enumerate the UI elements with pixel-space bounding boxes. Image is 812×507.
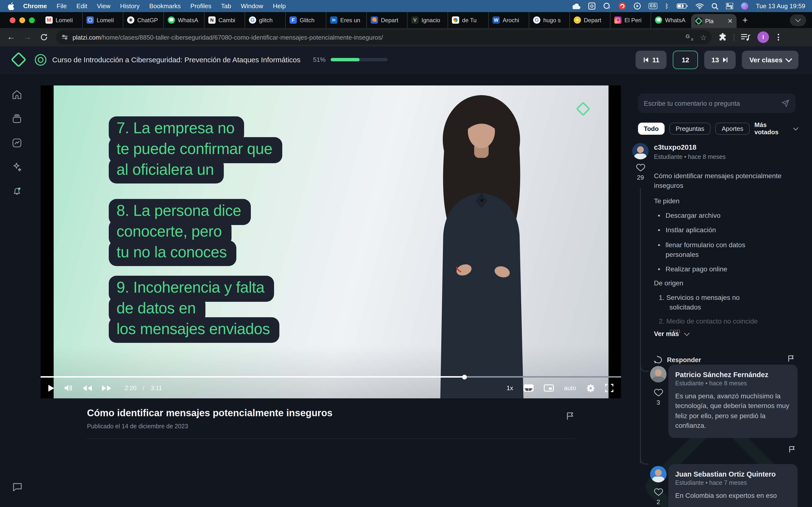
media-controls-icon[interactable] [741, 33, 751, 41]
control-center-icon[interactable] [726, 2, 733, 10]
menu-item-chrome[interactable]: Chrome [18, 2, 52, 10]
user-avatar[interactable] [632, 143, 649, 159]
new-tab-button[interactable]: + [737, 15, 754, 25]
captions-icon[interactable] [523, 384, 534, 392]
address-bar[interactable]: platzi.com/home/clases/8850-taller-ciber… [56, 30, 711, 44]
next-lesson-button[interactable]: 13 [704, 50, 736, 69]
browser-tab[interactable]: Depart [569, 12, 610, 28]
browser-tab[interactable]: Lomelí [42, 12, 82, 28]
bluetooth-icon[interactable]: ᛒ [665, 3, 669, 9]
menubar-clock[interactable]: Tue 13 Aug 19:59 [756, 2, 805, 10]
video-player[interactable]: 7. La empresa no te puede confirmar que … [41, 86, 621, 398]
quality-button[interactable]: auto [564, 384, 576, 392]
browser-tab[interactable]: WhatsA [651, 12, 691, 28]
zoom-window-button[interactable] [29, 17, 35, 23]
comment-input[interactable]: Escribe tu comentario o pregunta [638, 94, 796, 113]
sidebar-item-courses[interactable] [12, 113, 22, 124]
translate-icon[interactable] [686, 33, 693, 41]
sync-icon[interactable] [603, 2, 611, 10]
browser-tab[interactable]: Glitch [285, 12, 326, 28]
platzi-logo-icon[interactable] [11, 52, 27, 67]
antivirus-icon[interactable] [619, 2, 626, 10]
browser-tab[interactable]: ChatGP [123, 12, 163, 28]
ver-clases-button[interactable]: Ver clases [742, 50, 799, 69]
browser-tab[interactable]: glitch [245, 12, 285, 28]
user-avatar[interactable] [650, 466, 666, 483]
browser-tab[interactable]: Cambi [204, 12, 245, 28]
play-button[interactable] [48, 384, 55, 392]
browser-tab[interactable]: El Peri [610, 12, 651, 28]
sort-dropdown[interactable]: Más votados [755, 121, 798, 136]
volume-icon[interactable] [64, 384, 73, 392]
reload-button[interactable] [36, 33, 52, 41]
close-tab-icon[interactable]: ✕ [727, 18, 733, 24]
menu-item-edit[interactable]: Edit [71, 2, 92, 10]
report-flag-icon[interactable] [566, 412, 574, 420]
browser-tab[interactable]: WhatsA [163, 12, 204, 28]
browser-tab[interactable]: Ignacio [407, 12, 448, 28]
menu-item-view[interactable]: View [92, 2, 115, 10]
menu-item-bookmarks[interactable]: Bookmarks [145, 2, 186, 10]
report-flag-icon[interactable] [789, 446, 795, 453]
siri-icon[interactable] [741, 2, 748, 10]
video-surface[interactable]: 7. La empresa no te puede confirmar que … [54, 86, 609, 398]
browser-tab[interactable]: hugo s [529, 12, 569, 28]
input-source-indicator[interactable]: ES [649, 3, 657, 9]
sidebar-item-progress[interactable] [12, 137, 22, 148]
browser-tab[interactable]: de Tu [448, 12, 488, 28]
browser-tab[interactable]: Lomelí [82, 12, 123, 28]
settings-gear-icon[interactable] [586, 384, 595, 392]
sidebar-item-ai-sparkles[interactable] [12, 162, 22, 172]
filter-aportes[interactable]: Aportes [715, 122, 750, 134]
filter-preguntas[interactable]: Preguntas [669, 122, 711, 134]
play-circle-icon[interactable] [633, 2, 641, 10]
site-settings-icon[interactable] [62, 36, 68, 39]
wifi-icon[interactable] [696, 2, 704, 10]
forward-button[interactable]: → [19, 32, 36, 42]
playback-speed-button[interactable]: 1x [507, 384, 513, 392]
bookmark-star-icon[interactable]: ☆ [700, 34, 707, 41]
fast-forward-icon[interactable] [101, 385, 112, 391]
prev-lesson-button[interactable]: 11 [636, 50, 667, 69]
current-lesson-button[interactable]: 12 [673, 50, 698, 69]
active-tab-platzi[interactable]: Pla ✕ [691, 14, 737, 28]
tab-search-button[interactable] [790, 14, 806, 26]
responder-button[interactable]: Responder [654, 356, 701, 364]
course-title[interactable]: Curso de Introducción a Ciberseguridad: … [52, 56, 300, 64]
rewind-icon[interactable] [82, 385, 92, 391]
close-window-button[interactable] [10, 17, 15, 23]
battery-icon[interactable] [677, 2, 688, 10]
support-chat-icon[interactable] [12, 481, 23, 493]
scan-icon[interactable] [588, 2, 596, 10]
pip-icon[interactable] [544, 384, 554, 392]
menu-item-help[interactable]: Help [268, 2, 291, 10]
browser-tab[interactable]: Depart [366, 12, 407, 28]
back-button[interactable]: ← [3, 32, 19, 42]
browser-tab[interactable]: Eres un [326, 12, 366, 28]
url-text[interactable]: platzi.com/home/clases/8850-taller-ciber… [72, 34, 681, 41]
report-flag-icon[interactable] [788, 355, 794, 362]
sidebar-item-home[interactable] [12, 89, 22, 100]
spotlight-icon[interactable] [711, 2, 718, 10]
menu-item-file[interactable]: File [52, 2, 71, 10]
browser-profile-avatar[interactable]: I [757, 32, 769, 43]
browser-menu-icon[interactable] [776, 34, 781, 41]
like-heart-icon[interactable] [654, 487, 664, 497]
send-icon[interactable] [781, 99, 790, 108]
onedrive-icon[interactable] [571, 2, 580, 10]
menu-item-window[interactable]: Window [236, 2, 268, 10]
apple-icon[interactable] [8, 2, 14, 10]
menu-item-profiles[interactable]: Profiles [186, 2, 216, 10]
browser-tab[interactable]: Arochi [488, 12, 529, 28]
filter-todo[interactable]: Todo [638, 122, 665, 134]
like-heart-icon[interactable] [654, 387, 664, 397]
extensions-icon[interactable] [718, 33, 727, 42]
minimize-window-button[interactable] [19, 17, 25, 23]
fullscreen-icon[interactable] [605, 384, 613, 392]
user-avatar[interactable] [650, 366, 666, 382]
sidebar-item-notifications[interactable] [12, 186, 22, 196]
menu-item-tab[interactable]: Tab [216, 2, 236, 10]
like-heart-icon[interactable] [636, 162, 646, 172]
ver-mas-button[interactable]: Ver más [654, 330, 689, 338]
menu-item-history[interactable]: History [115, 2, 145, 10]
